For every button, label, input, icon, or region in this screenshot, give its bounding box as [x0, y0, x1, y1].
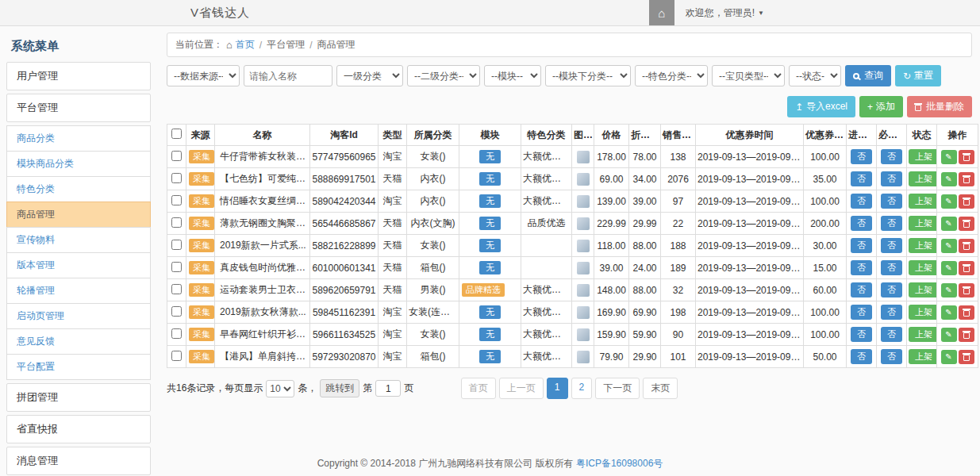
icp-link[interactable]: 粤ICP备16098006号 [576, 458, 663, 469]
row-checkbox[interactable] [171, 351, 182, 361]
must-buy-toggle[interactable]: 否 [881, 260, 902, 275]
page-button-下一页[interactable]: 下一页 [595, 378, 640, 399]
sidebar-item[interactable]: 平台配置 [6, 354, 151, 380]
must-buy-toggle[interactable]: 否 [881, 282, 902, 298]
module-subcategory-select[interactable]: --模块下分类-- [545, 65, 631, 86]
must-buy-toggle[interactable]: 否 [881, 327, 902, 342]
edit-button[interactable]: ✎ [941, 261, 957, 275]
delete-button[interactable] [959, 172, 974, 186]
delete-button[interactable] [959, 283, 974, 298]
row-checkbox[interactable] [171, 284, 182, 294]
import-select-toggle[interactable]: 否 [851, 149, 872, 164]
row-checkbox[interactable] [171, 306, 182, 317]
page-button-2[interactable]: 2 [571, 378, 593, 399]
delete-button[interactable] [959, 261, 974, 275]
row-checkbox[interactable] [171, 195, 182, 205]
status-button[interactable]: 上架 [909, 216, 937, 231]
edit-button[interactable]: ✎ [941, 350, 957, 364]
import-select-toggle[interactable]: 否 [851, 260, 872, 275]
row-checkbox[interactable] [171, 151, 182, 161]
batch-delete-button[interactable]: 批量删除 [907, 96, 972, 117]
must-buy-toggle[interactable]: 否 [881, 349, 902, 364]
status-select[interactable]: --状态-- [789, 65, 841, 86]
status-button[interactable]: 上架 [909, 149, 937, 164]
module-select[interactable]: --模块-- [484, 65, 541, 86]
sidebar-item[interactable]: 启动页管理 [6, 303, 151, 329]
user-menu[interactable]: 欢迎您，管理员! ▼ [674, 6, 775, 20]
import-excel-button[interactable]: ↥ 导入excel [787, 96, 855, 117]
edit-button[interactable]: ✎ [941, 283, 957, 298]
import-select-toggle[interactable]: 否 [851, 282, 872, 298]
reset-button[interactable]: ↻ 重置 [895, 65, 941, 86]
edit-button[interactable]: ✎ [941, 239, 957, 253]
status-button[interactable]: 上架 [909, 171, 937, 186]
featured-category-select[interactable]: --特色分类-- [635, 65, 708, 86]
delete-button[interactable] [959, 305, 974, 320]
product-type-select[interactable]: --宝贝类型-- [712, 65, 785, 86]
sidebar-item[interactable]: 商品分类 [6, 125, 151, 152]
row-checkbox[interactable] [171, 217, 182, 228]
row-checkbox[interactable] [171, 173, 182, 183]
status-button[interactable]: 上架 [909, 327, 937, 342]
sidebar-item[interactable]: 平台管理 [6, 94, 151, 122]
add-button[interactable]: + 添加 [859, 96, 903, 117]
jump-page-input[interactable] [375, 380, 401, 397]
must-buy-toggle[interactable]: 否 [881, 238, 902, 253]
status-button[interactable]: 上架 [909, 305, 937, 320]
import-select-toggle[interactable]: 否 [851, 238, 872, 253]
sidebar-item[interactable]: 意见反馈 [6, 328, 151, 355]
breadcrumb-home-link[interactable]: 首页 [236, 38, 255, 52]
import-select-toggle[interactable]: 否 [851, 216, 872, 231]
delete-button[interactable] [959, 328, 974, 342]
per-page-select[interactable]: 10 [266, 380, 294, 397]
import-select-toggle[interactable]: 否 [851, 327, 872, 342]
edit-button[interactable]: ✎ [941, 194, 957, 209]
delete-button[interactable] [959, 239, 974, 253]
data-source-select[interactable]: --数据来源-- [167, 65, 240, 86]
delete-button[interactable] [959, 350, 974, 364]
sidebar-item[interactable]: 轮播管理 [6, 278, 151, 304]
status-button[interactable]: 上架 [909, 238, 937, 253]
import-select-toggle[interactable]: 否 [851, 349, 872, 364]
must-buy-toggle[interactable]: 否 [881, 216, 902, 231]
edit-button[interactable]: ✎ [941, 150, 957, 164]
level1-category-select[interactable]: 一级分类 [336, 65, 403, 86]
home-button[interactable]: ⌂ [649, 0, 674, 25]
select-all-checkbox[interactable] [171, 129, 182, 139]
sidebar-item[interactable]: 宣传物料 [6, 227, 151, 253]
sidebar-item[interactable]: 用户管理 [6, 62, 151, 90]
row-checkbox[interactable] [171, 262, 182, 272]
delete-button[interactable] [959, 194, 974, 209]
sidebar-item[interactable]: 省直快报 [6, 415, 151, 443]
row-checkbox[interactable] [171, 328, 182, 339]
edit-button[interactable]: ✎ [941, 305, 957, 320]
delete-button[interactable] [959, 217, 974, 231]
row-checkbox[interactable] [171, 240, 182, 250]
page-button-上一页[interactable]: 上一页 [499, 378, 544, 399]
jump-button[interactable]: 跳转到 [320, 379, 359, 397]
status-button[interactable]: 上架 [909, 194, 937, 209]
search-button[interactable]: 查询 [845, 65, 891, 86]
page-button-首页[interactable]: 首页 [461, 378, 496, 399]
status-button[interactable]: 上架 [909, 282, 937, 298]
status-button[interactable]: 上架 [909, 349, 937, 364]
sidebar-item[interactable]: 商品管理 [6, 202, 151, 228]
must-buy-toggle[interactable]: 否 [881, 171, 902, 186]
status-button[interactable]: 上架 [909, 260, 937, 275]
sidebar-item[interactable]: 模块商品分类 [6, 151, 151, 177]
edit-button[interactable]: ✎ [941, 217, 957, 231]
import-select-toggle[interactable]: 否 [851, 305, 872, 320]
must-buy-toggle[interactable]: 否 [881, 149, 902, 164]
delete-button[interactable] [959, 150, 974, 164]
must-buy-toggle[interactable]: 否 [881, 194, 902, 209]
sidebar-item[interactable]: 拼团管理 [6, 383, 151, 412]
edit-button[interactable]: ✎ [941, 328, 957, 342]
import-select-toggle[interactable]: 否 [851, 171, 872, 186]
level2-category-select[interactable]: --二级分类-- [407, 65, 480, 86]
sidebar-item[interactable]: 版本管理 [6, 252, 151, 278]
page-button-末页[interactable]: 末页 [643, 378, 678, 399]
page-button-1[interactable]: 1 [547, 378, 568, 399]
sidebar-item[interactable]: 特色分类 [6, 176, 151, 202]
name-search-input[interactable] [244, 65, 332, 86]
import-select-toggle[interactable]: 否 [851, 194, 872, 209]
